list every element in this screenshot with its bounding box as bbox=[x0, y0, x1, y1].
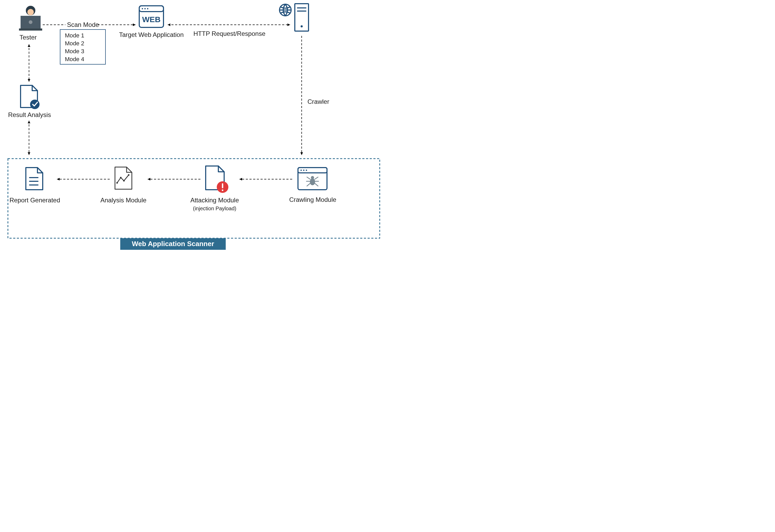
svg-rect-29 bbox=[298, 168, 327, 173]
svg-point-30 bbox=[301, 170, 302, 171]
analysis-icon bbox=[115, 167, 132, 189]
svg-point-32 bbox=[306, 170, 307, 171]
tester-icon bbox=[19, 6, 42, 31]
svg-point-4 bbox=[29, 20, 32, 24]
svg-point-15 bbox=[301, 25, 303, 27]
svg-rect-3 bbox=[19, 28, 42, 31]
svg-line-35 bbox=[307, 177, 310, 179]
diagram-canvas: Web Application Scanner Tester WEB Targe… bbox=[0, 0, 387, 266]
svg-point-23 bbox=[123, 180, 125, 182]
mode1: Mode 1 bbox=[65, 32, 84, 39]
web-icon-text: WEB bbox=[142, 15, 160, 24]
mode2: Mode 2 bbox=[65, 40, 84, 47]
edge-http-label: HTTP Request/Response bbox=[193, 30, 265, 37]
scanner-banner-label: Web Application Scanner bbox=[132, 240, 214, 248]
mode3: Mode 3 bbox=[65, 48, 84, 55]
scan-mode-box: Mode 1 Mode 2 Mode 3 Mode 4 bbox=[60, 30, 105, 64]
svg-point-7 bbox=[142, 8, 143, 9]
attacking-sublabel: (injection Payload) bbox=[193, 206, 237, 211]
report-icon bbox=[26, 168, 43, 190]
attacking-label: Attacking Module bbox=[190, 197, 239, 204]
svg-point-34 bbox=[311, 176, 314, 179]
svg-point-9 bbox=[147, 8, 148, 9]
svg-point-21 bbox=[116, 182, 118, 184]
svg-line-38 bbox=[315, 177, 318, 179]
svg-point-8 bbox=[144, 8, 146, 9]
svg-point-27 bbox=[222, 189, 223, 191]
svg-point-1 bbox=[27, 9, 34, 15]
svg-point-33 bbox=[310, 178, 315, 185]
server-icon bbox=[295, 4, 309, 31]
svg-point-24 bbox=[128, 174, 129, 176]
target-label: Target Web Application bbox=[119, 31, 183, 38]
attacking-icon bbox=[206, 166, 228, 193]
tester-label: Tester bbox=[19, 34, 37, 41]
report-node: Report Generated bbox=[9, 168, 60, 204]
result-node: Result Analysis bbox=[8, 85, 51, 118]
tester-node: Tester bbox=[19, 6, 42, 41]
mode4: Mode 4 bbox=[65, 56, 84, 62]
analysis-node: Analysis Module bbox=[100, 167, 146, 204]
edge-crawler-label: Crawler bbox=[308, 98, 329, 105]
web-app-icon: WEB bbox=[139, 6, 163, 27]
svg-point-22 bbox=[120, 177, 121, 178]
result-label: Result Analysis bbox=[8, 111, 51, 118]
result-icon bbox=[21, 85, 40, 109]
crawling-node: Crawling Module bbox=[289, 168, 337, 203]
crawling-icon bbox=[298, 168, 327, 190]
svg-line-40 bbox=[315, 183, 318, 186]
svg-line-37 bbox=[307, 183, 310, 186]
svg-point-17 bbox=[30, 100, 40, 109]
analysis-label: Analysis Module bbox=[100, 197, 146, 204]
globe-icon bbox=[280, 4, 291, 16]
target-node: WEB Target Web Application bbox=[119, 6, 183, 38]
crawling-label: Crawling Module bbox=[289, 196, 337, 203]
server-node bbox=[280, 4, 309, 31]
svg-point-31 bbox=[303, 170, 305, 171]
attacking-node: Attacking Module (injection Payload) bbox=[190, 166, 239, 211]
edge-scan-label: Scan Mode bbox=[67, 21, 99, 28]
report-label: Report Generated bbox=[9, 197, 60, 204]
